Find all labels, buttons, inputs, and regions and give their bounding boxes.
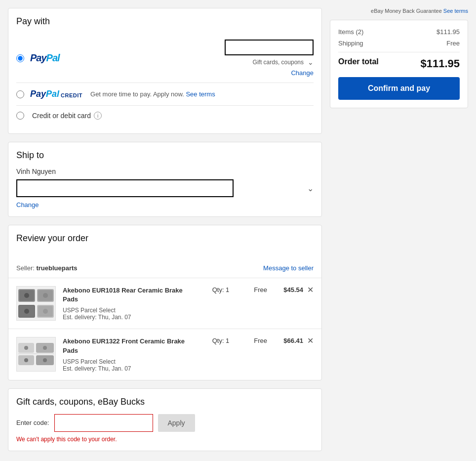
paypal-credit-logo: PayPal CREDIT [30,89,82,99]
paypal-credit-radio[interactable] [16,90,24,98]
items-amount: $111.95 [436,28,460,36]
items-row: Items (2) $111.95 [338,28,460,36]
gift-change-link[interactable]: Change [291,69,314,77]
pay-with-section: Pay with PayPal Gift cards, coupons ⌄ Ch… [8,8,322,134]
chevron-down-icon: ⌄ [308,58,314,66]
address-row: ⌄ [16,179,314,197]
guarantee-row: eBay Money Back Guarantee See terms [330,8,468,14]
shipping-amount: Free [446,40,460,47]
item-delivery-1: Est. delivery: Thu, Jan. 07 [63,314,199,321]
ship-to-section: Ship to Vinh Nguyen ⌄ Change [8,142,322,217]
guarantee-link[interactable]: See terms [443,8,468,14]
svg-point-18 [24,358,28,362]
svg-point-17 [43,346,47,350]
order-summary-card: Items (2) $111.95 Shipping Free Order to… [330,20,468,108]
seller-row: Seller: trueblueparts Message to seller [8,258,321,278]
item-qty-2: Qty: 1 [206,337,236,344]
total-label: Order total [338,57,379,70]
credit-option-text: Get more time to pay. Apply now. See ter… [90,90,314,98]
review-order-header: Review your order [8,225,321,258]
address-input[interactable] [16,179,234,197]
remove-item-1[interactable]: ✕ [307,286,314,294]
paypal-credit-option: PayPal CREDIT Get more time to pay. Appl… [16,83,314,106]
svg-point-16 [24,346,28,350]
chevron-down-icon: ⌄ [307,184,314,193]
message-seller-link[interactable]: Message to seller [263,264,314,272]
gift-section-title: Gift cards, coupons, eBay Bucks [16,397,314,407]
total-amount: $111.95 [420,57,460,70]
see-terms-link[interactable]: See terms [186,90,215,98]
credit-debit-radio[interactable] [16,112,24,120]
enter-code-input[interactable] [54,414,153,432]
item-image-1 [16,286,56,321]
svg-point-9 [43,293,48,298]
guarantee-text: eBay Money Back Guarantee [371,8,442,14]
paypal-option: PayPal Gift cards, coupons ⌄ Change [16,34,314,83]
apply-button[interactable]: Apply [158,414,195,432]
gift-section: Gift cards, coupons, eBay Bucks Enter co… [8,388,322,451]
item-price-col-1: $45.54 ✕ [274,286,314,294]
confirm-pay-button[interactable]: Confirm and pay [338,77,460,100]
order-item: Akebono EUR1018 Rear Ceramic Brake Pads … [8,278,321,329]
shipping-label: Shipping [338,40,363,47]
remove-item-2[interactable]: ✕ [307,337,314,345]
review-order-section: Review your order Seller: trueblueparts … [8,225,322,380]
gift-cards-label: Gift cards, coupons [253,59,304,66]
item-shipping-1: USPS Parcel Select [63,307,199,314]
item-delivery-2: Est. delivery: Thu, Jan. 07 [63,365,199,372]
pay-with-title: Pay with [16,16,314,27]
seller-info: Seller: trueblueparts [16,264,78,272]
item-details-1: Akebono EUR1018 Rear Ceramic Brake Pads … [63,286,199,321]
item-shipping-cost-1: Free [242,286,267,293]
svg-point-10 [24,309,29,314]
brake-pad-svg-1 [17,287,55,320]
order-item: Akebono EUR1322 Front Ceramic Brake Pads… [8,329,321,379]
items-label: Items (2) [338,28,363,36]
right-column: eBay Money Back Guarantee See terms Item… [330,8,468,459]
gift-card-input[interactable] [225,40,314,55]
paypal-radio[interactable] [16,54,24,62]
item-shipping-cost-2: Free [242,337,267,344]
info-icon[interactable]: i [94,112,102,120]
shipping-row: Shipping Free [338,40,460,47]
ship-to-title: Ship to [16,150,314,161]
enter-code-label: Enter code: [16,419,49,426]
credit-debit-option: Credit or debit card i [16,106,314,126]
svg-point-19 [43,358,47,362]
review-order-title: Review your order [16,233,314,244]
item-price-1: $45.54 [283,286,303,293]
svg-point-8 [24,293,29,298]
item-name-2: Akebono EUR1322 Front Ceramic Brake Pads [63,337,199,355]
svg-point-11 [43,309,48,314]
seller-label: Seller: [16,264,35,272]
item-qty-1: Qty: 1 [206,286,236,293]
enter-code-row: Enter code: Apply [16,414,314,432]
item-image-2 [16,337,56,372]
item-price-2: $66.41 [283,337,303,344]
seller-name: trueblueparts [36,264,77,272]
credit-debit-label: Credit or debit card [32,112,91,120]
ship-change-link[interactable]: Change [16,201,314,209]
gift-cards-area: Gift cards, coupons ⌄ Change [225,40,314,77]
paypal-logo: PayPal [30,52,60,64]
item-price-col-2: $66.41 ✕ [274,337,314,345]
ship-name: Vinh Nguyen [16,168,314,175]
item-name-1: Akebono EUR1018 Rear Ceramic Brake Pads [63,286,199,304]
brake-pad-svg-2 [17,338,55,371]
error-text: We can't apply this code to your order. [16,436,314,443]
total-row: Order total $111.95 [338,52,460,70]
item-details-2: Akebono EUR1322 Front Ceramic Brake Pads… [63,337,199,372]
item-shipping-2: USPS Parcel Select [63,358,199,365]
